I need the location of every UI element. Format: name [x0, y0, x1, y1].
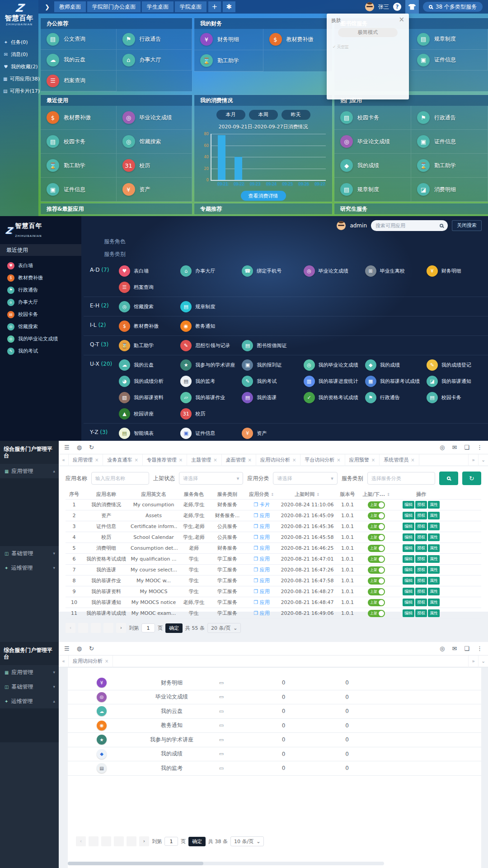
menu-ops-management[interactable]: ✦ 运维管理 ▾ [0, 561, 59, 575]
authorize-button[interactable]: 授权 [415, 599, 427, 606]
cell-class-link[interactable]: ❐ 应用 [244, 522, 279, 531]
app-tile[interactable]: ▣ 证件信息 [411, 50, 488, 71]
app-item[interactable]: ▣ 证件信息 [180, 428, 242, 439]
app-item[interactable]: ▤ 我的选课 [242, 392, 303, 403]
tab-close-icon[interactable]: × [105, 656, 108, 667]
app-item[interactable]: ▤ 我的监考 [180, 376, 242, 387]
admin-tab[interactable]: 应用访问分析 × [256, 454, 300, 466]
app-tile[interactable]: ⚑ 行政通告 [117, 29, 192, 50]
desktop-tab[interactable]: 学院桌面 [175, 1, 206, 12]
analysis-row[interactable]: ★ 我参与的学术讲座 ▭ 0 0 [68, 733, 481, 747]
app-item[interactable]: ▤ 规章制度 [180, 301, 242, 312]
edit-button[interactable]: 编辑 [403, 555, 414, 563]
tab-close-icon[interactable]: × [213, 454, 217, 466]
app-item[interactable]: ¥ 财务明细 [427, 265, 488, 277]
app-item[interactable]: ✓ 我的资格考试成绩 [304, 392, 365, 403]
help-icon[interactable]: ? [393, 3, 401, 11]
desktop-tab[interactable]: 学院部门办公桌面 [87, 1, 141, 12]
per-page-select[interactable]: 10 条/页 ⌄ [230, 836, 264, 846]
shelf-toggle[interactable]: 上架 [368, 556, 385, 563]
recent-app-item[interactable]: ✎ 我的考试 [0, 345, 81, 357]
sidebar-item[interactable]: ✦ 任务(0) [0, 38, 38, 47]
recent-app-item[interactable]: ◎ 我的毕业论文成绩 [0, 333, 81, 345]
close-search-button[interactable]: 关闭搜索 [452, 220, 482, 231]
cell-class-link[interactable]: ❐ 应用 [244, 543, 279, 553]
app-tile[interactable]: ⚑ 行政通告 [411, 106, 488, 130]
attribute-button[interactable]: 属性 [428, 555, 440, 563]
shelf-toggle[interactable]: 上架 [368, 501, 385, 509]
class-select[interactable]: 请选择 ▾ [273, 472, 337, 485]
consumption-tab[interactable]: 本周 [249, 110, 278, 120]
app-tile[interactable]: ▤ 规章制度 [411, 29, 488, 50]
authorize-button[interactable]: 授权 [415, 523, 427, 530]
next-page-icon[interactable]: › [116, 623, 126, 633]
globe-icon[interactable]: ◍ [77, 645, 82, 652]
shelf-toggle[interactable]: 上架 [368, 577, 385, 585]
page-number[interactable] [91, 623, 101, 633]
tabs-menu-icon[interactable]: ⌄ [478, 656, 488, 667]
app-item[interactable]: ☁ 我的云盘 [119, 359, 180, 371]
analysis-row[interactable]: ¥ 财务明细 ▭ 0 0 [68, 676, 481, 690]
edit-button[interactable]: 编辑 [403, 566, 414, 574]
edit-button[interactable]: 编辑 [403, 533, 414, 541]
search-button[interactable] [439, 472, 458, 485]
skin-thumbnail[interactable] [357, 70, 380, 82]
next-page-icon[interactable]: › [139, 836, 149, 846]
app-tile[interactable]: ▤ 公文查询 [41, 29, 117, 50]
page-number[interactable] [114, 836, 124, 846]
cell-class-link[interactable]: ❐ 应用 [244, 533, 279, 542]
app-item[interactable]: ▤ 校园卡务 [427, 392, 488, 403]
attribute-button[interactable]: 属性 [428, 588, 440, 595]
table-row[interactable]: 2 资产 Assets 老师,学生 财务服务... ❐ 应用 2020-08-2… [66, 510, 481, 521]
app-item[interactable]: ▤ 图书馆借阅证 [242, 340, 303, 351]
analysis-row[interactable]: ☁ 我的云盘 ▭ 0 0 [68, 704, 481, 719]
table-row[interactable]: 4 校历 School Calendar 学生,老师 公共服务 ❐ 应用 202… [66, 532, 481, 543]
attribute-button[interactable]: 属性 [428, 577, 440, 585]
app-item[interactable]: ▲ 校园讲座 [119, 408, 180, 420]
authorize-button[interactable]: 授权 [415, 609, 427, 617]
app-item[interactable]: ¥ 资产 [242, 428, 303, 439]
skin-thumbnail[interactable] [381, 55, 404, 67]
menu-ops-management[interactable]: ✦ 运维管理 ▴ [0, 694, 59, 708]
sidebar-item[interactable]: ♥ 我的收藏(2) [0, 62, 38, 71]
app-tile[interactable]: ⌛ 勤工助学 [411, 154, 488, 178]
recent-app-item[interactable]: ⚑ 行政通告 [0, 284, 81, 296]
app-item[interactable]: ▥ 我的慕课进度统计 [304, 376, 365, 387]
more-icon[interactable]: ⋮ [477, 444, 483, 451]
table-row[interactable]: 6 我的资格考试成绩 My qualification ... 学生 学工服务 … [66, 554, 481, 565]
tag-icon[interactable]: ❏ [464, 645, 469, 652]
edit-button[interactable]: 编辑 [403, 609, 414, 617]
tab-close-icon[interactable]: × [292, 454, 296, 466]
shelf-toggle[interactable]: 上架 [368, 599, 385, 606]
app-search-input[interactable]: 搜索可用应用 [371, 220, 448, 231]
recent-app-item[interactable]: ⌂ 办事大厅 [0, 296, 81, 308]
table-row[interactable]: 11 我的慕课考试成绩 My MOOC exam... 学生 学工服务 ❐ 应用… [66, 608, 481, 619]
globe-icon[interactable]: ◍ [77, 444, 82, 451]
app-item[interactable]: ☎ 绑定手机号 [242, 265, 303, 277]
shelf-toggle[interactable]: 上架 [368, 566, 385, 574]
app-tile[interactable]: ▤ 校园卡务 [41, 130, 117, 154]
page-number[interactable] [78, 623, 88, 633]
skin-thumbnail[interactable] [331, 70, 354, 82]
app-item[interactable]: ◪ 我的慕课通知 [427, 376, 488, 387]
shelf-toggle[interactable]: 上架 [368, 523, 385, 530]
tabs-menu-icon[interactable]: ⌄ [478, 454, 488, 466]
tab-close-icon[interactable]: × [411, 454, 414, 466]
submenu-item[interactable] [0, 708, 59, 720]
user-avatar[interactable] [337, 221, 346, 230]
hamburger-icon[interactable]: ☰ [64, 444, 70, 451]
sidebar-item[interactable]: ✉ 消息(0) [0, 50, 38, 59]
skin-switch-button[interactable] [405, 0, 419, 14]
app-tile[interactable]: ☁ 我的云盘 [41, 50, 117, 71]
app-item[interactable]: ✎ 我的考试 [242, 376, 303, 387]
status-select[interactable]: 请选择 ▾ [179, 472, 243, 485]
cell-class-link[interactable]: ❐ 卡片 [244, 500, 279, 509]
app-tile[interactable]: ◎ 毕业论文成绩 [334, 130, 411, 154]
cell-class-link[interactable]: ❐ 应用 [244, 598, 279, 607]
admin-tab[interactable]: 业务直通车 × [103, 454, 142, 466]
app-tile[interactable]: ⌛ 勤工助学 [41, 154, 117, 178]
attribute-button[interactable]: 属性 [428, 544, 440, 552]
page-number[interactable] [127, 836, 136, 846]
recent-app-item[interactable]: ♥ 表白墙 [0, 259, 81, 272]
app-item[interactable]: ▣ 我的报到证 [242, 359, 303, 371]
